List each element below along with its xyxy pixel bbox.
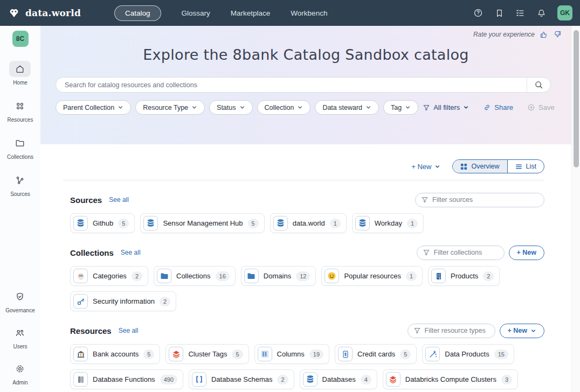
- save-button[interactable]: Save: [527, 103, 555, 111]
- sidebar-item-users[interactable]: Users: [9, 325, 31, 349]
- sections: Sources See all Github5Sensor Management…: [40, 192, 571, 392]
- card-count-badge: 5: [232, 349, 243, 359]
- owl-icon: [73, 269, 88, 283]
- filter-sources-input[interactable]: [432, 196, 538, 204]
- help-icon[interactable]: [473, 8, 483, 18]
- sidebar-item-label: Home: [13, 80, 27, 86]
- collections-see-all-link[interactable]: See all: [121, 249, 141, 256]
- card-sensor-management-hub[interactable]: Sensor Management Hub5: [140, 213, 264, 233]
- chevron-down-icon: [530, 328, 536, 334]
- card-databricks-compute-clusters[interactable]: Databricks Compute Clusters3: [383, 369, 518, 389]
- card-label: Databases: [322, 375, 356, 383]
- card-security-information[interactable]: Security information2: [70, 291, 176, 311]
- new-resource-label: + New: [508, 327, 527, 334]
- plus-circle-icon: [527, 103, 535, 111]
- thumbs-up-icon[interactable]: [540, 30, 548, 39]
- filter-chip-resource-type[interactable]: Resource Type: [135, 100, 205, 115]
- list-view-button[interactable]: List: [508, 160, 544, 173]
- nav-tab-catalog[interactable]: Catalog: [114, 5, 161, 21]
- vertical-scrollbar[interactable]: [571, 26, 580, 392]
- card-label: Collections: [176, 272, 211, 280]
- share-button[interactable]: Share: [483, 103, 513, 111]
- chevron-down-icon: [405, 104, 411, 110]
- all-filters-button[interactable]: All filters: [423, 103, 469, 111]
- brand[interactable]: data.world: [8, 6, 81, 19]
- sidebar-item-label: Admin: [12, 380, 27, 386]
- card-domains[interactable]: Domains12: [241, 266, 316, 286]
- nav-tab-workbench[interactable]: Workbench: [291, 6, 327, 20]
- card-columns[interactable]: Columns19: [254, 344, 330, 364]
- filter-chip-data-steward[interactable]: Data steward: [315, 100, 379, 115]
- sidebar-item-home[interactable]: Home: [9, 61, 31, 86]
- scrollbar-thumb[interactable]: [574, 30, 579, 167]
- card-database-schemas[interactable]: Database Schemas2: [189, 369, 294, 389]
- database-icon: [273, 216, 288, 230]
- card-database-functions[interactable]: Database Functions490: [70, 369, 183, 389]
- wand-icon: [425, 347, 440, 361]
- org-avatar[interactable]: 8C: [12, 31, 29, 47]
- new-dropdown-button[interactable]: + New: [411, 163, 440, 171]
- card-label: Bank accounts: [93, 350, 139, 358]
- list-icon: [515, 163, 522, 170]
- card-products[interactable]: Products2: [428, 266, 500, 286]
- sidebar-item-sources[interactable]: Sources: [9, 172, 31, 197]
- filter-chip-collection[interactable]: Collection: [257, 100, 311, 115]
- resources-see-all-link[interactable]: See all: [119, 327, 139, 334]
- card-cluster-tags[interactable]: Cluster Tags5: [165, 344, 248, 364]
- search-button[interactable]: [527, 78, 550, 92]
- building-icon: [431, 269, 446, 283]
- card-github[interactable]: Github5: [70, 213, 135, 233]
- funnel-icon: [423, 249, 430, 256]
- new-collection-label: + New: [517, 249, 536, 256]
- card-count-badge: 5: [400, 349, 411, 359]
- card-credit-cards[interactable]: Credit cards5: [335, 344, 417, 364]
- chevron-down-icon: [297, 104, 303, 110]
- filter-chip-label: Resource Type: [143, 104, 188, 111]
- new-resource-button[interactable]: + New: [500, 324, 544, 338]
- view-toolbar: + New Overview List: [40, 159, 571, 173]
- card-count-badge: 12: [296, 271, 310, 281]
- sidebar-item-resources[interactable]: Resources: [8, 98, 33, 123]
- card-data-world[interactable]: data.world1: [270, 213, 347, 233]
- sidebar-item-collections[interactable]: Collections: [7, 135, 33, 160]
- filter-chip-parent-collection[interactable]: Parent Collection: [56, 100, 131, 115]
- card-collections[interactable]: Collections16: [154, 266, 236, 286]
- card-label: Domains: [264, 272, 291, 280]
- filter-chip-status[interactable]: Status: [209, 100, 252, 115]
- filter-resource-types-field: [408, 324, 495, 338]
- filter-chip-label: Status: [217, 104, 236, 111]
- filter-chip-label: Data steward: [322, 104, 362, 111]
- overview-view-button[interactable]: Overview: [453, 160, 507, 173]
- card-workday[interactable]: Workday1: [352, 213, 424, 233]
- sidebar-item-governance[interactable]: Governance: [5, 289, 34, 313]
- checklist-icon[interactable]: [515, 8, 525, 18]
- card-count-badge: 16: [216, 271, 230, 281]
- brackets-icon: [192, 372, 206, 387]
- card-bank-accounts[interactable]: Bank accounts5: [70, 344, 160, 364]
- filter-resource-types-input[interactable]: [425, 327, 489, 334]
- card-data-products[interactable]: Data Products15: [422, 344, 514, 364]
- bell-icon[interactable]: [536, 8, 546, 18]
- sidebar-item-admin[interactable]: Admin: [9, 361, 31, 386]
- filter-collections-input[interactable]: [434, 249, 499, 256]
- sidebar-item-label: Governance: [5, 307, 34, 313]
- new-collection-button[interactable]: + New: [509, 246, 544, 260]
- user-avatar[interactable]: GK: [557, 5, 572, 20]
- credit-card-icon: [338, 347, 353, 361]
- card-categories[interactable]: Categories2: [70, 266, 148, 286]
- nav-tab-glossary[interactable]: Glossary: [182, 6, 210, 20]
- rate-experience-label: Rate your experience: [473, 31, 535, 38]
- thumbs-down-icon[interactable]: [553, 30, 562, 39]
- card-count-badge: 5: [118, 219, 129, 228]
- sources-see-all-link[interactable]: See all: [109, 196, 129, 204]
- card-popular-resources[interactable]: Popular resources1: [321, 266, 423, 286]
- filter-chip-label: Collection: [265, 104, 294, 111]
- funnel-icon: [413, 327, 421, 334]
- nav-tab-marketplace[interactable]: Marketplace: [231, 6, 271, 20]
- bookmark-icon[interactable]: [494, 8, 504, 18]
- card-databases[interactable]: Databases4: [300, 369, 377, 389]
- card-count-badge: 2: [277, 375, 288, 384]
- card-label: Popular resources: [344, 272, 401, 280]
- search-input[interactable]: [56, 81, 527, 89]
- filter-chip-tag[interactable]: Tag: [383, 100, 418, 115]
